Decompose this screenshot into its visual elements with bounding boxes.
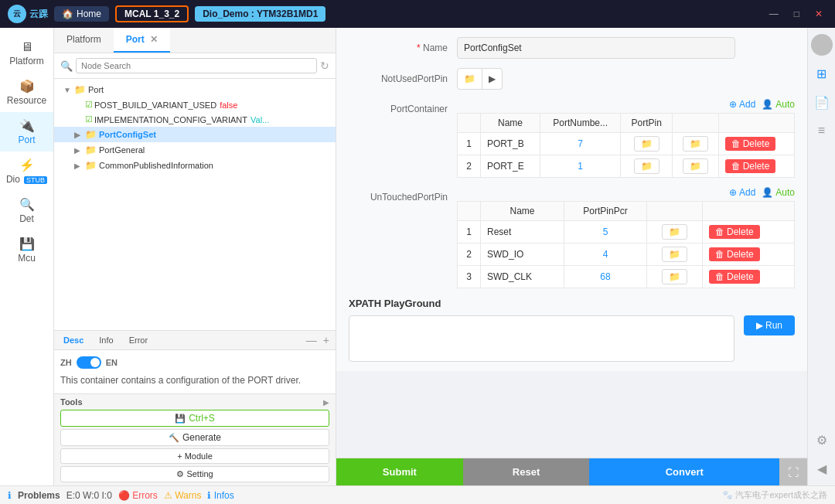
tab-info[interactable]: Info [96,334,116,346]
module-button[interactable]: + Module [60,448,329,464]
convert-button[interactable]: Convert [589,458,779,485]
sidebar-item-dio[interactable]: ⚡ Dio STUB [0,152,53,191]
urow-pcr1[interactable]: 5 [564,221,646,243]
search-input[interactable] [76,58,317,73]
tree-node-port-config-set[interactable]: ▶ 📁 PortConfigSet [54,127,336,142]
right-toolbar: ⊞ 📄 ≡ ⚙ ◀ [807,28,835,485]
rt-menu-button[interactable]: ≡ [815,121,828,141]
lang-switch[interactable] [77,356,101,369]
collapse-panel-button[interactable]: — [306,334,317,346]
name-input[interactable] [457,37,735,59]
tree-node-common-published[interactable]: ▶ 📁 CommonPublishedInformation [54,158,336,173]
tree-panel: Platform Port ✕ 🔍 ↻ ▼ 📁 [54,28,336,485]
tab-platform[interactable]: Platform [54,28,114,53]
setting-button[interactable]: ⚙ Setting [60,466,329,482]
port-container-auto-button[interactable]: 👤 Auto [762,99,795,110]
rt-doc-button[interactable]: 📄 [811,92,833,113]
dio-tab[interactable]: Dio_Demo : YTM32B1MD1 [195,6,325,22]
minimize-button[interactable]: — [765,7,783,21]
rt-collapse-button[interactable]: ◀ [814,458,830,479]
xpath-input[interactable] [349,315,734,362]
row-folder-button2[interactable]: 📁 [683,158,708,174]
tree-node-impl-config[interactable]: ☑ IMPLEMENTATION_CONFIG_VARIANT Val... [54,112,336,127]
tree-node-port-general[interactable]: ▶ 📁 PortGeneral [54,142,336,158]
close-button[interactable]: ✕ [810,7,827,21]
expand-arrow-icon4: ▶ [74,162,85,170]
mcal-tab[interactable]: MCAL 1_3_2 [115,5,189,22]
save-button[interactable]: 💾 Ctrl+S [60,410,329,427]
udelete-btn2[interactable]: 🗑 Delete [709,247,760,261]
delete-row-button2[interactable]: 🗑 Delete [725,159,776,173]
untouched-auto-button[interactable]: 👤 Auto [762,187,795,198]
dio-icon: ⚡ [3,158,50,172]
tools-label: Tools [60,397,83,407]
delete-row-button[interactable]: 🗑 Delete [725,137,776,151]
tools-expand-icon[interactable]: ▶ [323,398,329,407]
expand-panel-button[interactable]: + [323,334,329,346]
home-button[interactable]: 🏠 Home [54,6,109,22]
xpath-title: XPATH PlayGround [349,298,795,309]
platform-icon: 🖥 [3,40,50,54]
port-container-table: Name PortNumbe... PortPin [457,113,795,178]
sidebar-item-mcu[interactable]: 💾 Mcu [0,230,53,270]
infos-link[interactable]: ℹ Infos [207,490,233,501]
folder-arrow-button[interactable]: ▶ [482,68,503,90]
urow-folder-btn3[interactable]: 📁 [662,269,687,284]
tab-close-icon[interactable]: ✕ [150,34,158,45]
tree-node-post-build[interactable]: ☑ POST_BUILD_VARIANT_USED false [54,97,336,112]
tree-node-port[interactable]: ▼ 📁 Port [54,82,336,97]
row-action2: 📁 [673,155,718,178]
port-pin-folder-button2[interactable]: 📁 [634,158,659,174]
maximize-button[interactable]: □ [789,7,804,21]
port-container-add-button[interactable]: ⊕ Add [729,99,755,110]
bottom-action-bar: Submit Reset Convert ⛶ [336,458,807,485]
ucol-action [647,202,703,221]
row-action1: 📁 [673,133,718,155]
generate-button[interactable]: 🔨 Generate [60,429,329,446]
sidebar-item-resource[interactable]: 📦 Resource [0,73,53,112]
row-folder-button[interactable]: 📁 [683,136,708,152]
tab-desc[interactable]: Desc [60,334,87,346]
rt-grid-button[interactable]: ⊞ [813,63,830,84]
xpath-run-button[interactable]: ▶ Run [744,315,795,335]
untouched-table-header-row: ⊕ Add 👤 Auto [457,187,795,198]
warns-link[interactable]: ⚠ Warns [164,490,202,501]
row-port-number[interactable]: 7 [540,133,621,155]
folder-icon4: 📁 [85,160,97,171]
col-port-pin: PortPin [621,114,673,133]
submit-button[interactable]: Submit [336,458,463,485]
sidebar-item-port[interactable]: 🔌 Port [0,112,53,152]
urow-folder-btn2[interactable]: 📁 [662,247,687,262]
reset-button[interactable]: Reset [463,458,590,485]
folder-icon2: 📁 [85,129,97,140]
ucol-index [458,202,481,221]
urow-folder-btn1[interactable]: 📁 [662,224,687,240]
udelete-btn1[interactable]: 🗑 Delete [709,225,760,239]
tab-port[interactable]: Port ✕ [114,28,170,53]
urow-pcr3[interactable]: 68 [564,266,646,288]
tab-error[interactable]: Error [126,334,151,346]
table-header: Name PortNumbe... PortPin [458,114,795,133]
row-port-number2[interactable]: 1 [540,155,621,178]
udelete-btn3[interactable]: 🗑 Delete [709,270,760,284]
toggle-knob [90,358,100,367]
add-circle-icon: ⊕ [729,99,737,110]
urow-index2: 2 [458,243,481,266]
expand-button[interactable]: ⛶ [779,458,807,485]
untouched-add-button[interactable]: ⊕ Add [729,187,755,198]
sidebar-item-platform[interactable]: 🖥 Platform [0,34,53,73]
warn-triangle-icon: ⚠ [164,490,172,501]
problems-label[interactable]: Problems [18,490,60,501]
top-bar: 云 云踝 🏠 Home MCAL 1_3_2 Dio_Demo : YTM32B… [0,0,835,28]
sidebar-item-det[interactable]: 🔍 Det [0,191,53,230]
port-icon: 🔌 [3,118,50,133]
name-label: * Name [349,43,457,53]
lang-toggle: ZH EN [60,356,329,369]
urow-pcr2[interactable]: 4 [564,243,646,266]
errors-link[interactable]: 🔴 Errors [118,490,158,501]
add-icon2: ⊕ [729,187,737,198]
port-pin-folder-button[interactable]: 📁 [634,136,659,152]
rt-settings-button[interactable]: ⚙ [813,430,830,451]
refresh-button[interactable]: ↻ [320,60,329,72]
folder-open-button[interactable]: 📁 [457,68,482,90]
